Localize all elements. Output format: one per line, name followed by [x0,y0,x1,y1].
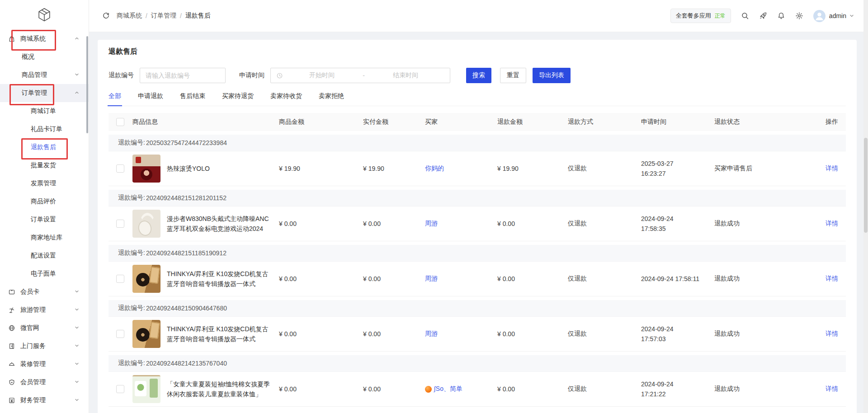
card-icon [8,288,15,296]
rocket-icon[interactable] [759,12,767,20]
app-logo[interactable] [0,0,89,30]
col-apply-time: 申请时间 [641,118,714,126]
buyer-link[interactable]: 你妈的 [425,164,444,173]
apply-time: 2024-09-24 17:58:11 [641,274,714,284]
breadcrumb-item[interactable]: 商城系统 [117,12,142,20]
chevron-down-icon [849,13,854,19]
refund-group: 退款编号: 20240924482142135767040「女童大童夏装短袖t恤… [108,355,846,407]
sidebar-item-mall-orders[interactable]: 商城订单 [0,102,89,120]
sidebar-item-label: 商品管理 [22,71,47,79]
sidebar-item-mall-system[interactable]: 商城系统 [0,30,89,48]
sidebar-item-travel-management[interactable]: 旅游管理 [0,301,89,319]
plan-status-badge[interactable]: 全套餐多应用 正常 [670,9,731,23]
user-menu[interactable]: admin [813,10,854,22]
select-all-checkbox[interactable] [116,118,124,126]
chevron-down-icon [74,307,80,312]
bell-icon[interactable] [777,12,785,20]
product-amount: ¥ 0.00 [279,220,363,227]
sidebar-item-label: 订单管理 [22,89,47,97]
sidebar-item-order-settings[interactable]: 订单设置 [0,211,89,229]
sidebar-item-label: 商家地址库 [31,234,62,242]
detail-link[interactable]: 详情 [826,220,838,227]
breadcrumb-item[interactable]: 订单管理 [151,12,176,20]
buyer-link[interactable]: 周游 [425,275,438,283]
refund-no-label: 退款编号 [108,71,134,80]
sidebar: 商城系统概况商品管理订单管理商城订单礼品卡订单退款售后批量发货发票管理商品评价订… [0,0,89,413]
tab-refund-request[interactable]: 申请退款 [138,92,163,106]
tab-seller-receive-pending[interactable]: 卖家待收货 [270,92,302,106]
sidebar-item-product-reviews[interactable]: 商品评价 [0,192,89,211]
refund-status: 退款成功 [714,275,805,283]
tab-aftersale-end[interactable]: 售后结束 [180,92,205,106]
sidebar-item-label: 退款售后 [31,143,56,151]
page-scrollbar[interactable] [863,0,868,413]
row-checkbox[interactable] [116,220,124,228]
gear-icon[interactable] [795,12,803,20]
paid-amount: ¥ 0.00 [363,220,425,227]
refund-no-input[interactable] [140,68,226,83]
refund-status: 退款成功 [714,330,805,338]
sidebar-scrollbar-thumb[interactable] [86,36,88,133]
row-checkbox[interactable] [116,385,124,393]
sidebar-item-door-to-door-service[interactable]: 上门服务 [0,337,89,355]
reset-button[interactable]: 重置 [500,68,526,83]
product-amount: ¥ 19.90 [279,165,363,172]
detail-link[interactable]: 详情 [826,275,838,282]
sidebar-item-finance-management[interactable]: 财务管理 [0,391,89,409]
sidebar-item-delivery-settings[interactable]: 配送设置 [0,247,89,265]
tab-seller-rejected[interactable]: 卖家拒绝 [319,92,344,106]
sidebar-item-overview[interactable]: 概况 [0,48,89,66]
tab-all[interactable]: 全部 [108,92,121,106]
detail-link[interactable]: 详情 [826,164,838,172]
sidebar-item-refund-aftersale[interactable]: 退款售后 [0,138,89,156]
date-range-picker[interactable]: 开始时间 - 结束时间 [270,68,450,83]
row-checkbox[interactable] [116,275,124,283]
sidebar-item-invoice-management[interactable]: 发票管理 [0,174,89,192]
search-icon[interactable] [741,12,749,20]
sidebar-item-order-management[interactable]: 订单管理 [0,84,89,102]
refund-amount: ¥ 19.90 [497,165,568,172]
buyer-link[interactable]: 周游 [425,220,438,228]
col-actions: 操作 [805,118,838,126]
status-tabs: 全部 申请退款 售后结束 买家待退货 卖家待收货 卖家拒绝 [108,92,846,106]
sidebar-item-micro-official-site[interactable]: 微官网 [0,319,89,337]
sidebar-item-decoration-management[interactable]: 装修管理 [0,355,89,373]
refresh-icon[interactable] [102,12,110,20]
detail-link[interactable]: 详情 [826,385,838,392]
refund-no-value: 20240924482151185190912 [146,249,226,257]
sidebar-item-member-management[interactable]: 会员管理 [0,373,89,391]
breadcrumb-separator: / [180,12,182,19]
sidebar-item-product-management[interactable]: 商品管理 [0,66,89,84]
sidebar-item-merchant-address-library[interactable]: 商家地址库 [0,229,89,247]
sidebar-item-label: 订单设置 [31,216,56,224]
sidebar-item-electronic-waybill[interactable]: 电子面单 [0,265,89,283]
apply-time: 2024-09-2417:57:03 [641,324,714,344]
col-refund-amount: 退款金额 [497,118,568,126]
export-list-button[interactable]: 导出列表 [533,68,571,83]
sidebar-item-gift-card-orders[interactable]: 礼品卡订单 [0,120,89,138]
sidebar-item-batch-shipping[interactable]: 批量发货 [0,156,89,174]
range-separator: - [361,72,367,79]
product-thumbnail-headphones [132,210,160,238]
sidebar-item-membership-card[interactable]: 会员卡 [0,283,89,301]
page-title: 退款售后 [108,40,846,56]
plan-status: 正常 [715,12,726,20]
topbar: 商城系统 / 订单管理 / 退款售后 全套餐多应用 正常 [89,0,868,32]
buyer-link[interactable]: ∫So、简单 [434,385,462,393]
product-thumbnail-movie-poster [132,155,160,183]
row-checkbox[interactable] [116,330,124,338]
refund-group-header: 退款编号: 20240924482150904647680 [108,300,846,317]
username: admin [829,12,846,19]
detail-link[interactable]: 详情 [826,330,838,337]
buyer-cell: 周游 [425,220,497,228]
sidebar-item-label: 电子面单 [31,270,56,278]
refund-method: 仅退款 [568,385,641,393]
product-thumbnail-cd-player [132,320,160,348]
page-scrollbar-thumb[interactable] [864,138,868,233]
tab-buyer-return-pending[interactable]: 买家待退货 [222,92,254,106]
sidebar-menu: 商城系统概况商品管理订单管理商城订单礼品卡订单退款售后批量发货发票管理商品评价订… [0,30,89,409]
row-checkbox[interactable] [116,164,124,173]
chevron-up-icon [74,90,80,95]
search-button[interactable]: 搜索 [466,68,491,83]
buyer-link[interactable]: 周游 [425,330,438,338]
